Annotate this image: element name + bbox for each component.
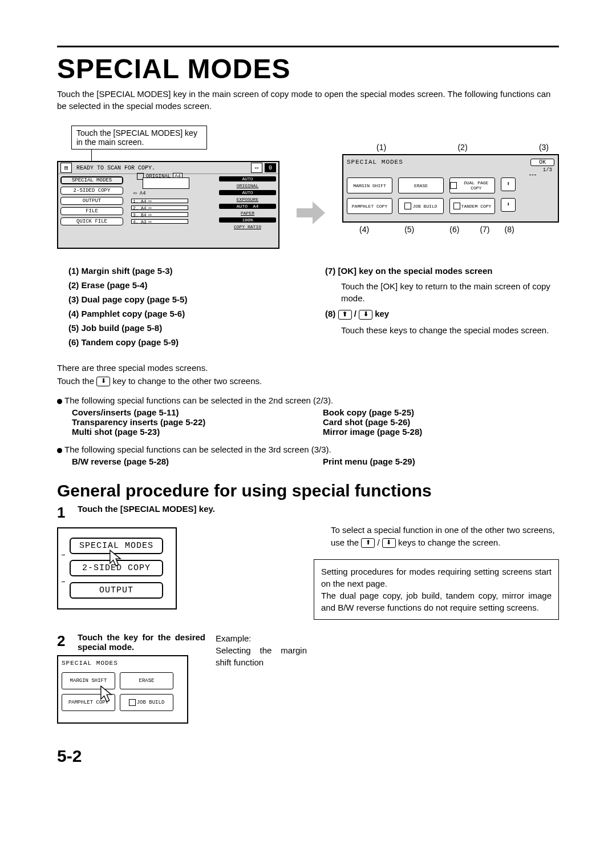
margin-shift-button-2[interactable]: MARGIN SHIFT <box>62 672 115 689</box>
step-2-text: Touch the key for the desired special mo… <box>78 632 205 652</box>
dual-page-button[interactable]: DUAL PAGE COPY <box>449 177 495 193</box>
page-number: 5-2 <box>57 746 559 766</box>
copy-count: 0 <box>265 163 276 172</box>
toc-3: (3) Dual page copy (page 5-5) <box>68 294 302 304</box>
dual-page-icon <box>450 182 457 189</box>
toc-5: (5) Job build (page 5-8) <box>68 323 302 333</box>
toc-7-desc: Touch the [OK] key to return to the main… <box>341 280 559 304</box>
two-sided-copy-button[interactable]: 2-SIDED COPY <box>60 187 123 195</box>
note-box: Setting procedures for modes requiring s… <box>314 559 559 620</box>
label-8: (8) <box>505 225 514 234</box>
toc-8-desc: Touch these keys to change the special m… <box>341 324 559 336</box>
erase-button[interactable]: ERASE <box>398 177 444 193</box>
toc-8-head: (8) ⬆ / ⬇ key <box>325 309 559 320</box>
auto-paper-pill[interactable]: AUTO A4 <box>219 204 276 209</box>
toc-4: (4) Pamphlet copy (page 5-6) <box>68 309 302 318</box>
quick-file-button[interactable]: QUICK FILE <box>60 217 123 225</box>
file-button[interactable]: FILE <box>60 207 123 215</box>
down-key-icon-3: ⬇ <box>382 538 396 548</box>
job-build-button[interactable]: JOB BUILD <box>398 198 444 214</box>
page-title: SPECIAL MODES <box>57 53 559 84</box>
main-screen-diagram: Touch the [SPECIAL MODES] key in the mai… <box>57 126 279 249</box>
auto-exposure-pill[interactable]: AUTO <box>219 190 276 195</box>
job-build-button-2[interactable]: JOB BUILD <box>120 694 173 711</box>
toc-2: (2) Erase (page 5-4) <box>68 280 302 290</box>
special-modes-panel: SPECIAL MODES OK 1/3 MARGIN SHIFT ERASE … <box>342 154 559 223</box>
label-2: (2) <box>457 143 467 152</box>
bullet-icon <box>57 399 62 404</box>
feature-list: (1) Margin shift (page 5-3) (2) Erase (p… <box>68 266 559 352</box>
screen3-block: The following special functions can be s… <box>57 445 559 466</box>
step1-right-text: To select a special function in one of t… <box>331 524 559 549</box>
down-key-icon-2: ⬇ <box>96 377 110 386</box>
margin-shift-button[interactable]: MARGIN SHIFT <box>347 177 392 193</box>
label-1: (1) <box>376 143 386 152</box>
label-4: (4) <box>359 225 369 234</box>
paper-sublabel: PAPER <box>219 211 276 216</box>
toc-1: (1) Margin shift (page 5-3) <box>68 266 302 276</box>
printer-icon: ▭ <box>251 163 262 173</box>
tandem-copy-button[interactable]: TANDEM COPY <box>449 198 495 214</box>
auto-original-pill[interactable]: AUTO <box>219 176 276 181</box>
screen2-block: The following special functions can be s… <box>57 395 559 437</box>
top-rule <box>57 46 559 47</box>
special-modes-button-2[interactable]: SPECIAL MODES <box>70 538 163 554</box>
step-1-number: 1 <box>57 504 71 522</box>
tandem-icon <box>453 203 460 209</box>
ratio-pill[interactable]: 100% <box>219 217 276 223</box>
callout: Touch the [SPECIAL MODES] key in the mai… <box>71 126 207 150</box>
label-6: (6) <box>449 225 459 234</box>
down-key-icon: ⬇ <box>359 310 372 320</box>
output-button[interactable]: OUTPUT <box>60 197 123 205</box>
label-5: (5) <box>404 225 414 234</box>
step-2-number: 2 <box>57 632 71 652</box>
dashed-connector <box>529 175 536 175</box>
original-sublabel: ORIGINAL <box>219 183 276 188</box>
three-screens-text: There are three special modes screens. T… <box>57 362 559 387</box>
up-key-icon-2: ⬆ <box>361 538 375 548</box>
step1-panel: SPECIAL MODES 2-SIDED COPY OUTPUT <box>57 527 177 609</box>
tray-graphic: ▭ A4 1.A4▭ 2.A4▭ 3.B4▭ 4.A3▭ <box>131 177 200 223</box>
pamphlet-copy-button[interactable]: PAMPHLET COPY <box>347 198 392 214</box>
scroll-up-button[interactable]: ⬆ <box>501 177 516 191</box>
label-3: (3) <box>539 143 549 152</box>
step2-panel: SPECIAL MODES MARGIN SHIFT ERASE PAMPHLE… <box>57 655 188 724</box>
intro-text: Touch the [SPECIAL MODES] key in the mai… <box>57 88 559 112</box>
arrow-icon <box>297 201 325 224</box>
step-1-text: Touch the [SPECIAL MODES] key. <box>78 504 559 522</box>
ok-button[interactable]: OK <box>530 159 554 166</box>
pamphlet-copy-button-2[interactable]: PAMPHLET COPY <box>62 694 115 711</box>
lcd-screen: ▤ READY TO SCAN FOR COPY. ▭ 0 SPECIAL MO… <box>57 161 279 249</box>
job-build-icon <box>404 203 411 209</box>
label-7: (7) <box>480 225 489 234</box>
step2-title: SPECIAL MODES <box>62 660 184 667</box>
toc-7-head: (7) [OK] key on the special modes screen <box>325 266 559 276</box>
sp-title: SPECIAL MODES <box>347 159 403 165</box>
output-button-2[interactable]: OUTPUT <box>70 582 163 599</box>
sp-page-indicator: 1/3 <box>530 167 552 173</box>
toc-6: (6) Tandem copy (page 5-9) <box>68 337 302 347</box>
callout-stem <box>91 150 92 161</box>
tray-size-label: A4 <box>140 191 146 196</box>
ratio-sublabel: COPY RATIO <box>219 224 276 229</box>
special-modes-button[interactable]: SPECIAL MODES <box>60 176 123 184</box>
scroll-down-button[interactable]: ⬇ <box>501 198 516 212</box>
erase-button-2[interactable]: ERASE <box>120 672 173 689</box>
scan-message: READY TO SCAN FOR COPY. <box>74 165 249 171</box>
bullet-icon <box>57 448 62 453</box>
procedure-heading: General procedure for using special func… <box>57 481 559 500</box>
up-key-icon: ⬆ <box>338 310 352 320</box>
two-sided-copy-button-2[interactable]: 2-SIDED COPY <box>70 560 163 576</box>
special-modes-diagram: (1) (2) (3) SPECIAL MODES OK 1/3 MARGIN … <box>342 143 559 234</box>
exposure-sublabel: EXPOSURE <box>219 197 276 202</box>
copy-mode-icon: ▤ <box>60 163 72 173</box>
step2-example: Example: Selecting the margin shift func… <box>216 632 307 668</box>
job-build-icon-2 <box>129 699 136 706</box>
